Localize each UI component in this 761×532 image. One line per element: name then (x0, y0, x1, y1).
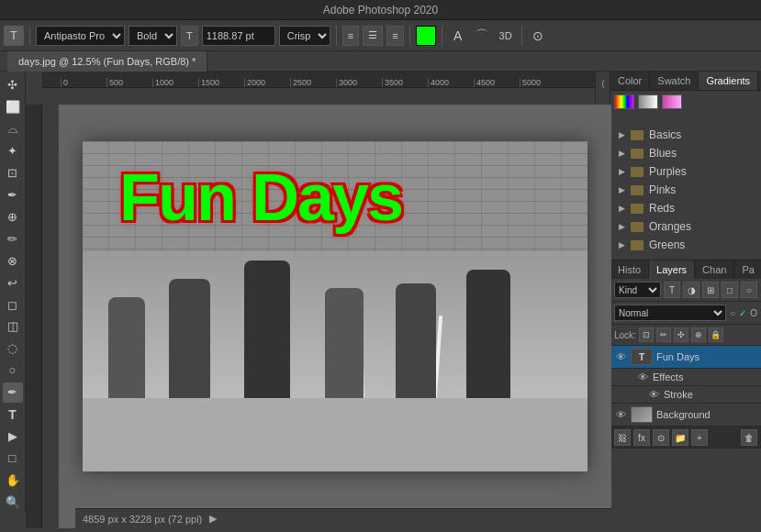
layer-visibility-fun-days[interactable]: 👁 (614, 350, 627, 363)
move-tool[interactable]: ✣ (3, 75, 23, 95)
new-group-btn[interactable]: 📁 (672, 429, 688, 446)
magic-wand-tool[interactable]: ✦ (3, 141, 23, 161)
tab-paths[interactable]: Pa (734, 260, 761, 279)
opacity-icon: ○ (730, 308, 735, 318)
layer-thumb-fun-days: T (631, 349, 653, 365)
layer-visibility-effects[interactable]: 👁 (636, 371, 649, 383)
layer-thumb-background (631, 406, 653, 423)
font-family-select[interactable]: Antipasto Pro (36, 26, 125, 46)
align-right-button[interactable]: ≡ (386, 26, 403, 46)
gradient-swatch-rainbow[interactable] (614, 94, 634, 109)
marquee-tool[interactable]: ⬜ (3, 97, 23, 117)
blur-tool[interactable]: ◌ (3, 338, 23, 359)
eraser-tool[interactable]: ◻ (3, 294, 23, 315)
zoom-tool[interactable]: 🔍 (3, 492, 23, 512)
text-color-swatch[interactable] (416, 26, 436, 46)
brush-tool[interactable]: ✏ (3, 228, 23, 249)
add-effect-btn[interactable]: fx (633, 429, 650, 446)
healing-tool[interactable]: ⊕ (3, 206, 23, 227)
chevron-pinks: ▶ (618, 186, 625, 194)
gradient-swatch-gray[interactable] (638, 94, 658, 109)
folder-icon-purples (631, 167, 643, 177)
antialias-select[interactable]: Crisp (279, 26, 330, 46)
crop-tool[interactable]: ⊡ (3, 163, 23, 183)
tab-layers[interactable]: Layers (649, 260, 695, 279)
tab-gradients[interactable]: Gradients (699, 72, 758, 90)
lock-transparent-btn[interactable]: ⊡ (639, 327, 654, 342)
layer-visibility-background[interactable]: 👁 (614, 408, 627, 421)
layer-filter-toggle[interactable]: ○ (741, 282, 757, 298)
options-icon[interactable]: ⊙ (528, 26, 548, 46)
blend-mode-select[interactable]: Normal (614, 305, 726, 321)
photo-background: Fun Days (83, 141, 588, 471)
new-layer-btn[interactable]: + (691, 429, 708, 446)
canvas-wrapper: 0 500 1000 1500 2000 2500 3000 3500 4000… (26, 72, 595, 512)
layer-filter-adj-icon[interactable]: ◑ (683, 282, 699, 298)
lock-paint-btn[interactable]: ✏ (656, 327, 671, 342)
add-mask-btn[interactable]: ⊙ (653, 429, 669, 446)
lasso-tool[interactable]: ⌓ (3, 119, 23, 139)
layer-visibility-stroke[interactable]: 👁 (647, 388, 660, 401)
dodge-tool[interactable]: ○ (3, 360, 23, 381)
align-left-button[interactable]: ≡ (342, 26, 359, 46)
tab-histogram[interactable]: Histo (610, 260, 649, 279)
tab-color[interactable]: Color (610, 72, 650, 90)
text-tool-icon[interactable]: T (4, 26, 24, 46)
tab-swatch[interactable]: Swatch (650, 72, 699, 90)
char-panel-icon[interactable]: A (448, 26, 468, 46)
gradient-item-oranges[interactable]: ▶ Oranges (614, 217, 757, 236)
lock-artboard-btn[interactable]: ✣ (674, 327, 688, 342)
hand-tool[interactable]: ✋ (3, 470, 23, 490)
gradient-item-pinks[interactable]: ▶ Pinks (614, 181, 757, 199)
text-tool[interactable]: T (3, 405, 23, 425)
child-1 (108, 297, 145, 398)
tab-channels[interactable]: Chan (695, 260, 734, 279)
lock-position-btn[interactable]: ⊕ (691, 327, 706, 342)
shape-tool[interactable]: □ (3, 448, 23, 468)
gradient-tool[interactable]: ◫ (3, 316, 23, 337)
clone-tool[interactable]: ⊗ (3, 250, 23, 271)
lock-all-btn[interactable]: 🔒 (709, 327, 723, 342)
layer-filter-pixel-icon[interactable]: ⊞ (702, 282, 719, 298)
layer-filter-shape-icon[interactable]: □ (722, 282, 738, 298)
align-center-button[interactable]: ☰ (363, 26, 383, 46)
warp-text-icon[interactable]: ⌒ (472, 26, 492, 46)
gradient-item-basics[interactable]: ▶ Basics (614, 126, 757, 144)
separator-3 (409, 26, 410, 46)
layer-fun-days[interactable]: 👁 T Fun Days (610, 346, 761, 369)
layer-filter-select[interactable]: Kind (614, 282, 661, 298)
gradient-item-reds[interactable]: ▶ Reds (614, 199, 757, 217)
gradient-item-greens[interactable]: ▶ Greens (614, 236, 757, 254)
layers-toolbar: Kind T ◑ ⊞ □ ○ (610, 279, 761, 302)
canvas-content[interactable]: Fun Days 4859 px x 3228 px (72 ppi) ▶ (59, 105, 611, 528)
fun-days-text-overlay: Fun Days (119, 160, 402, 235)
gradient-label-greens: Greens (649, 238, 685, 251)
gradient-item-purples[interactable]: ▶ Purples (614, 162, 757, 181)
link-layers-btn[interactable]: ⛓ (614, 429, 631, 446)
document-tab[interactable]: days.jpg @ 12.5% (Fun Days, RGB/8) * (7, 51, 207, 72)
3d-icon[interactable]: 3D (496, 26, 516, 46)
panel-toggle-icon[interactable]: ⟨ (601, 79, 605, 89)
font-size-display[interactable]: T (181, 26, 198, 46)
ruler-tick-4000: 4000 (428, 78, 474, 87)
ruler-tick-1500: 1500 (198, 78, 244, 87)
ruler-tick-5000: 5000 (520, 78, 565, 87)
font-size-input[interactable] (202, 26, 275, 46)
pen-tool[interactable]: ✒ (3, 382, 23, 403)
font-weight-select[interactable]: Bold (129, 26, 177, 46)
status-arrow[interactable]: ▶ (209, 513, 217, 525)
gradient-swatch-pink[interactable] (662, 94, 682, 109)
delete-layer-btn[interactable]: 🗑 (741, 429, 757, 446)
path-select-tool[interactable]: ▶ (3, 427, 23, 447)
app-title: Adobe Photoshop 2020 (323, 4, 438, 17)
opacity-row: ○ ✓ O (730, 308, 757, 318)
layer-background[interactable]: 👁 Background (610, 404, 761, 427)
gradient-item-blues[interactable]: ▶ Blues (614, 144, 757, 162)
ruler-tick-3000: 3000 (336, 78, 382, 87)
child-3 (244, 260, 290, 398)
history-brush-tool[interactable]: ↩ (3, 272, 23, 293)
layer-name-background: Background (656, 409, 757, 420)
layer-name-fun-days: Fun Days (656, 351, 757, 362)
eyedropper-tool[interactable]: ✒ (3, 185, 23, 205)
layer-filter-type-icon[interactable]: T (664, 282, 680, 298)
